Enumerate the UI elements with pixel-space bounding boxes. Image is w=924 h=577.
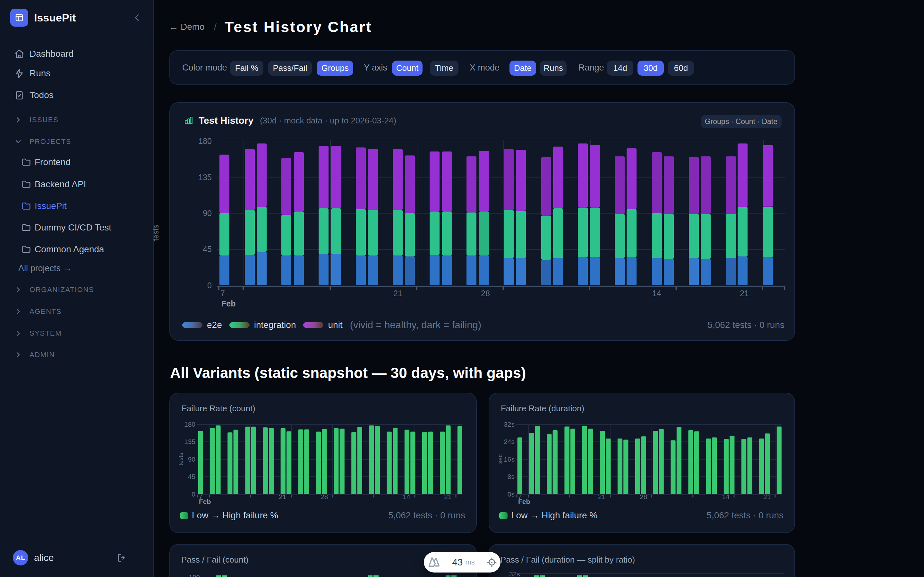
svg-text:Feb: Feb xyxy=(518,498,530,505)
svg-text:32s: 32s xyxy=(504,421,515,428)
svg-text:180: 180 xyxy=(184,421,195,428)
svg-text:24s: 24s xyxy=(504,438,515,445)
svg-text:28: 28 xyxy=(640,493,647,500)
svg-text:tests: tests xyxy=(178,453,184,466)
svg-text:sec: sec xyxy=(497,454,503,464)
svg-text:135: 135 xyxy=(184,438,195,445)
svg-text:16s: 16s xyxy=(504,456,515,463)
svg-text:14: 14 xyxy=(722,493,730,500)
svg-text:45: 45 xyxy=(188,473,195,480)
svg-text:8s: 8s xyxy=(507,473,515,480)
svg-text:0s: 0s xyxy=(507,490,515,498)
svg-text:21: 21 xyxy=(763,493,771,500)
svg-text:Feb: Feb xyxy=(199,498,211,505)
svg-text:14: 14 xyxy=(403,493,410,500)
svg-text:21: 21 xyxy=(444,493,451,500)
svg-text:21: 21 xyxy=(598,493,606,500)
svg-text:0: 0 xyxy=(192,490,195,498)
svg-text:21: 21 xyxy=(279,493,286,500)
svg-text:90: 90 xyxy=(188,456,195,463)
svg-text:28: 28 xyxy=(320,493,328,500)
